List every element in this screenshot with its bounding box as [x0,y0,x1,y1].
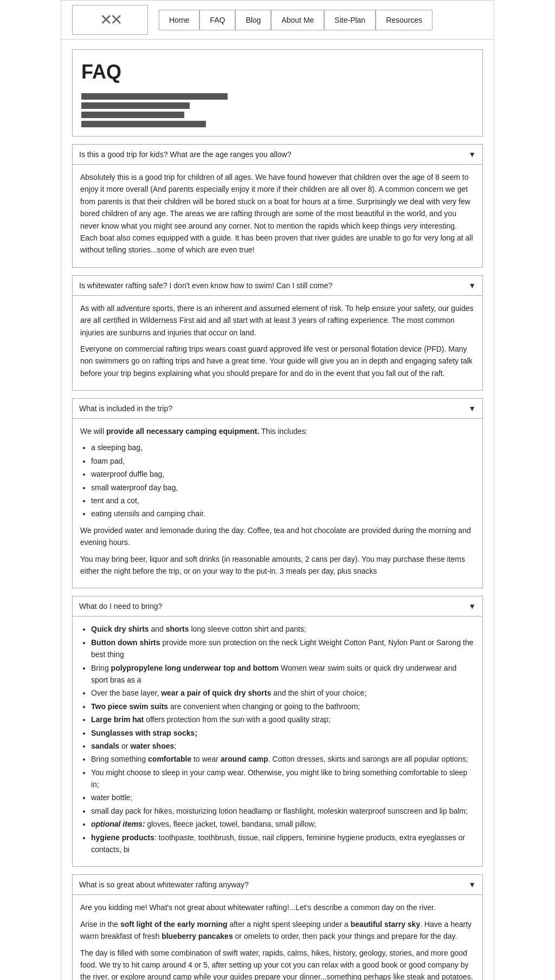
accordion-arrow-4: ▼ [468,880,476,889]
accordion: Is this a good trip for kids? What are t… [72,144,483,980]
accordion-header-2[interactable]: What is included in the trip?▼ [72,398,483,419]
nav-item-blog[interactable]: Blog [235,10,271,30]
main-nav: HomeFAQBlogAbout MeSite-PlanResources [159,10,433,30]
faq-title: FAQ [81,61,474,83]
nav-item-faq[interactable]: FAQ [199,10,235,30]
accordion-body-1: As with all adventure sports, there is a… [72,296,483,391]
accordion-header-4[interactable]: What is so great about whitewater raftin… [72,874,483,895]
faq-line [81,112,184,118]
accordion-header-0[interactable]: Is this a good trip for kids? What are t… [72,144,483,165]
faq-line [81,102,190,109]
nav-item-site-plan[interactable]: Site-Plan [324,10,376,30]
accordion-body-3: Quick dry shirts and shorts long sleeve … [72,616,483,867]
accordion-question-1: Is whitewater rafting safe? I don't even… [79,281,332,290]
accordion-arrow-2: ▼ [468,404,476,413]
accordion-body-2: We will provide all necessary camping eq… [72,419,483,588]
accordion-question-2: What is included in the trip? [79,404,172,413]
accordion-item-0: Is this a good trip for kids? What are t… [72,144,483,268]
faq-line [81,93,228,100]
accordion-header-1[interactable]: Is whitewater rafting safe? I don't even… [72,275,483,296]
main-content: Is this a good trip for kids? What are t… [61,144,494,980]
accordion-question-0: Is this a good trip for kids? What are t… [79,150,291,159]
logo: ✕✕ [72,5,148,35]
accordion-question-4: What is so great about whitewater raftin… [79,880,249,889]
accordion-arrow-0: ▼ [468,150,476,159]
nav-item-resources[interactable]: Resources [376,10,433,30]
accordion-item-4: What is so great about whitewater raftin… [72,874,483,980]
accordion-arrow-3: ▼ [468,602,476,611]
accordion-arrow-1: ▼ [468,281,476,290]
nav-item-home[interactable]: Home [159,10,199,30]
accordion-body-0: Absolutely this is a good trip for child… [72,165,483,268]
logo-icon: ✕✕ [100,11,120,29]
accordion-body-4: Are you kidding me! What's not great abo… [72,895,483,980]
accordion-question-3: What do I need to bring? [79,602,162,611]
faq-hero: FAQ [72,49,483,137]
nav-item-about-me[interactable]: About Me [271,10,324,30]
accordion-header-3[interactable]: What do I need to bring?▼ [72,596,483,616]
faq-line [81,121,206,127]
accordion-item-1: Is whitewater rafting safe? I don't even… [72,275,483,391]
accordion-item-2: What is included in the trip?▼We will pr… [72,398,483,588]
accordion-item-3: What do I need to bring?▼Quick dry shirt… [72,596,483,867]
header: ✕✕ HomeFAQBlogAbout MeSite-PlanResources [61,1,494,40]
faq-lines [81,93,474,127]
